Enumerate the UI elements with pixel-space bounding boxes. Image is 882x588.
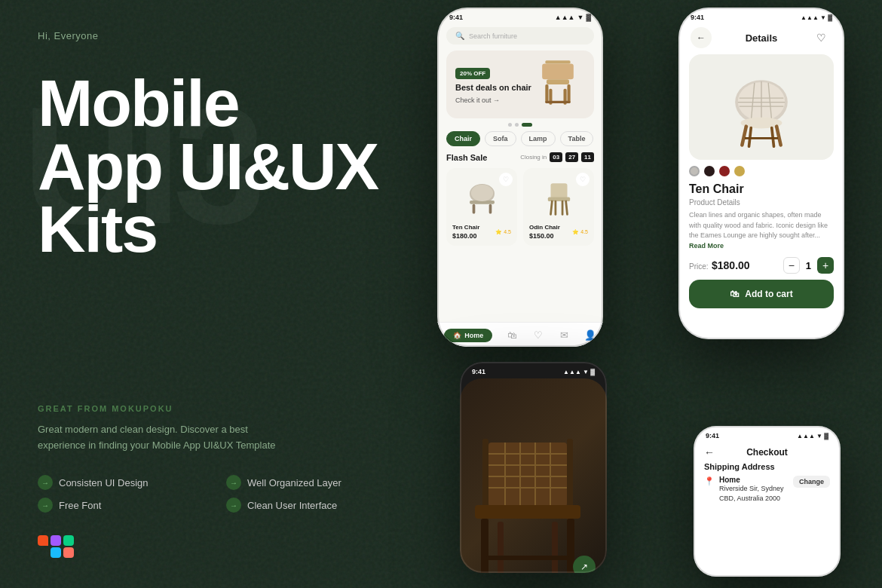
price-label: Price: xyxy=(689,262,709,271)
heart-icon: ♡ xyxy=(532,329,544,341)
address-label: Home xyxy=(719,476,789,484)
banner-chair-image xyxy=(531,54,588,115)
banner-dots xyxy=(437,123,603,127)
time-box-2: 27 xyxy=(565,152,578,162)
home-nav-bg: 🏠 Home xyxy=(444,329,492,342)
search-text: Search furniture xyxy=(469,32,517,40)
color-red[interactable] xyxy=(719,166,730,176)
svg-rect-45 xyxy=(481,519,488,573)
svg-rect-35 xyxy=(488,443,567,507)
svg-rect-10 xyxy=(472,204,475,213)
arrow-icon-2: → xyxy=(226,475,241,490)
profile-icon: 👤 xyxy=(584,329,596,341)
bottom-section: GREAT FROM MOKUPOKU Great modern and cle… xyxy=(38,404,400,558)
banner: 20% OFF Best deals on chair Check it out… xyxy=(446,51,594,118)
add-to-cart-button[interactable]: 🛍 Add to cart xyxy=(689,280,834,308)
read-more-link[interactable]: Read More xyxy=(689,242,724,250)
closing-info: Closing in 03 27 11 xyxy=(520,152,594,162)
status-icons-1: ▲▲▲ ▼ ▓ xyxy=(555,14,591,21)
svg-rect-3 xyxy=(545,84,548,103)
change-button[interactable]: Change xyxy=(793,476,830,488)
closing-label: Closing in xyxy=(520,154,547,161)
search-icon: 🔍 xyxy=(455,32,464,40)
heart-btn-2[interactable]: ♡ xyxy=(576,173,590,186)
color-options xyxy=(678,160,844,182)
status-bar-4: 9:41 ▲▲▲ ▼ ▓ xyxy=(694,426,841,443)
page-title: Details xyxy=(746,32,778,44)
product-price-2: $150.00 xyxy=(529,232,560,240)
svg-rect-49 xyxy=(486,556,569,560)
product-detail-label: Product Details xyxy=(678,198,844,207)
qty-decrease[interactable]: − xyxy=(783,257,800,274)
time-box-3: 11 xyxy=(581,152,594,162)
cart-icon: 🛍 xyxy=(507,329,519,341)
nav-wishlist[interactable]: ♡ xyxy=(532,329,544,342)
feature-label-3: Free Font xyxy=(59,500,101,511)
svg-rect-13 xyxy=(550,183,567,198)
svg-line-15 xyxy=(550,201,552,214)
product-footer-1: Ten Chair $180.00 ⭐4.5 xyxy=(452,224,511,240)
checkout-back[interactable]: ← xyxy=(704,446,715,458)
arrow-icon-3: → xyxy=(38,498,53,513)
product-footer-2: Odin Chair $150.00 ⭐4.5 xyxy=(529,224,588,240)
arrow-button[interactable]: ↗ xyxy=(573,556,596,573)
favorite-button[interactable]: ♡ xyxy=(811,27,832,48)
price-row: Price: $180.00 − 1 + xyxy=(678,251,844,280)
pill-lamp[interactable]: Lamp xyxy=(521,131,556,146)
product-card-2[interactable]: ♡ Odin Chair xyxy=(523,168,594,246)
quantity-control: − 1 + xyxy=(783,257,834,274)
cart-bag-icon: 🛍 xyxy=(730,289,739,299)
feature-2: → Well Organized Layer xyxy=(226,475,400,490)
figma-logo xyxy=(38,535,400,558)
search-bar[interactable]: 🔍 Search furniture xyxy=(446,27,594,44)
qty-increase[interactable]: + xyxy=(817,257,834,274)
svg-rect-1 xyxy=(542,64,574,80)
product-cards: ♡ Ten Chair $180.00 xyxy=(437,168,603,246)
color-gold[interactable] xyxy=(734,166,745,176)
address-details: Home Riverside Sir, Sydney CBD, Australi… xyxy=(719,476,789,503)
svg-rect-48 xyxy=(552,522,558,573)
time-2: 9:41 xyxy=(691,14,704,21)
star-rating-1: ⭐4.5 xyxy=(495,229,511,235)
color-dark[interactable] xyxy=(704,166,715,176)
message-icon: ✉ xyxy=(558,329,570,341)
status-bar-2: 9:41 ▲▲▲ ▼ ▓ xyxy=(678,8,844,24)
product-detail-name: Ten Chair xyxy=(678,182,844,196)
chair-photo: ↗ xyxy=(460,378,607,573)
pill-sofa[interactable]: Sofa xyxy=(485,131,516,146)
back-button[interactable]: ← xyxy=(691,27,712,48)
status-bar-1: 9:41 ▲▲▲ ▼ ▓ xyxy=(437,8,603,24)
heart-btn-1[interactable]: ♡ xyxy=(499,173,513,186)
pill-chair[interactable]: Chair xyxy=(446,131,480,146)
price-value: $180.00 xyxy=(712,259,750,271)
svg-rect-44 xyxy=(475,505,580,519)
nav-cart[interactable]: 🛍 xyxy=(507,329,519,342)
color-grey[interactable] xyxy=(689,166,700,176)
phone-4: 9:41 ▲▲▲ ▼ ▓ ← Checkout Shipping Address… xyxy=(694,426,841,577)
bottom-nav: 🏠 Home 🛍 ♡ ✉ 👤 xyxy=(437,322,603,347)
nav-message[interactable]: ✉ xyxy=(558,329,570,342)
flash-sale-title: Flash Sale xyxy=(446,153,487,162)
nav-home[interactable]: 🏠 Home xyxy=(444,329,492,342)
phone-2: 9:41 ▲▲▲ ▼ ▓ ← Details ♡ xyxy=(678,8,844,339)
svg-rect-7 xyxy=(545,101,570,103)
banner-link[interactable]: Check it out → xyxy=(455,96,531,104)
phone-3: 9:41 ▲▲▲ ▼ ▓ xyxy=(460,362,607,573)
svg-rect-2 xyxy=(547,79,569,84)
feature-label-1: Consisten UI Design xyxy=(59,477,149,488)
product-detail-image xyxy=(689,54,834,160)
nav-profile[interactable]: 👤 xyxy=(584,329,596,342)
add-to-cart-label: Add to cart xyxy=(745,289,792,299)
product-price-1: $180.00 xyxy=(452,232,479,240)
time-1: 9:41 xyxy=(449,14,463,21)
main-title: MobileApp UI&UXKits xyxy=(38,72,384,261)
svg-line-16 xyxy=(565,201,567,214)
svg-rect-11 xyxy=(488,204,492,213)
feature-label-2: Well Organized Layer xyxy=(247,477,341,488)
time-3: 9:41 xyxy=(472,368,485,375)
banner-badge: 20% OFF xyxy=(455,68,490,79)
product-name-2: Odin Chair xyxy=(529,224,560,231)
flash-sale-header: Flash Sale Closing in 03 27 11 xyxy=(437,152,603,162)
product-card-1[interactable]: ♡ Ten Chair $180.00 xyxy=(446,168,517,246)
pill-table[interactable]: Table xyxy=(560,131,594,146)
